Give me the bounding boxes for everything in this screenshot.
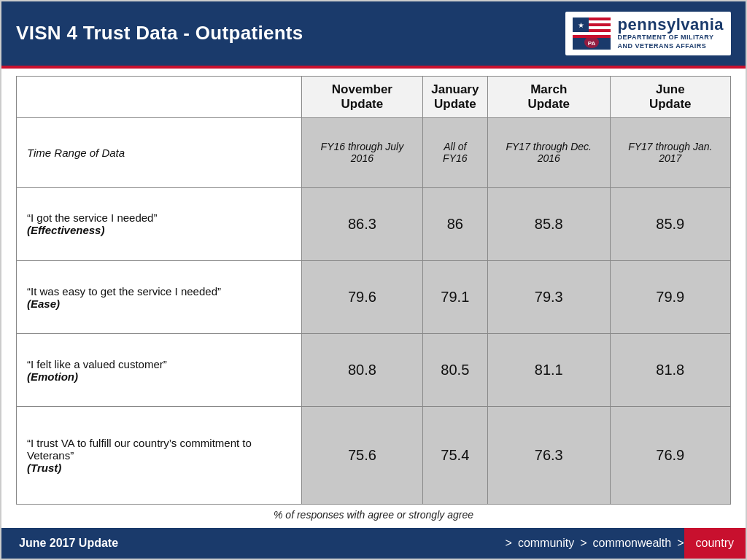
breadcrumb-sep3: > <box>677 537 684 550</box>
page: VISN 4 Trust Data - Outpatients ★ <box>0 0 747 560</box>
row-time-june: FY17 through Jan. 2017 <box>610 117 730 187</box>
row-trust-november: 75.6 <box>302 407 423 505</box>
row-effectiveness-january: 86 <box>422 187 487 260</box>
logo-text: pennsylvania DEPARTMENT OF MILITARY AND … <box>618 16 724 51</box>
svg-rect-6 <box>573 32 611 35</box>
row-trust-label: “I trust VA to fulfill our country’s com… <box>17 407 302 505</box>
col-header-label <box>17 76 302 117</box>
row-ease-june: 79.9 <box>610 261 730 334</box>
col-header-june: June Update <box>610 76 730 117</box>
logo-area: ★ PA pennsylvania DEPARTMENT OF MILITARY… <box>565 12 731 55</box>
row-effectiveness-label: “I got the service I needed” (Effectiven… <box>17 187 302 260</box>
svg-text:★: ★ <box>577 21 584 29</box>
breadcrumb-sep1: > <box>506 537 512 550</box>
breadcrumb: > community > commonwealth > country <box>506 528 746 559</box>
breadcrumb-community: community <box>512 537 580 550</box>
row-time-november: FY16 through July 2016 <box>302 117 423 187</box>
table-row-trust: “I trust VA to fulfill our country’s com… <box>17 407 731 505</box>
page-title: VISN 4 Trust Data - Outpatients <box>16 22 303 44</box>
row-emotion-june: 81.8 <box>610 334 730 407</box>
table-row-effectiveness: “I got the service I needed” (Effectiven… <box>17 187 731 260</box>
pa-flag-icon: ★ PA <box>573 18 611 50</box>
col-header-january: January Update <box>422 76 487 117</box>
table-row-ease: “It was easy to get the service I needed… <box>17 261 731 334</box>
row-emotion-label: “I felt like a valued customer” (Emotion… <box>17 334 302 407</box>
col-header-november: November Update <box>302 76 423 117</box>
table-row-time: Time Range of Data FY16 through July 201… <box>17 117 731 187</box>
svg-text:PA: PA <box>587 40 595 47</box>
row-emotion-march: 81.1 <box>487 334 610 407</box>
breadcrumb-sep2: > <box>580 537 587 550</box>
logo-dept2: AND VETERANS AFFAIRS <box>618 42 724 51</box>
row-time-january: All of FY16 <box>422 117 487 187</box>
table-area: November Update January Update March Upd… <box>1 69 746 528</box>
row-trust-june: 76.9 <box>610 407 730 505</box>
row-emotion-january: 80.5 <box>422 334 487 407</box>
row-effectiveness-november: 86.3 <box>302 187 423 260</box>
row-emotion-november: 80.8 <box>302 334 423 407</box>
row-ease-january: 79.1 <box>422 261 487 334</box>
row-time-march: FY17 through Dec. 2016 <box>487 117 610 187</box>
footer-title: June 2017 Update <box>1 537 506 550</box>
row-effectiveness-march: 85.8 <box>487 187 610 260</box>
table-header-row: November Update January Update March Upd… <box>17 76 731 117</box>
row-ease-november: 79.6 <box>302 261 423 334</box>
header: VISN 4 Trust Data - Outpatients ★ <box>1 1 746 69</box>
row-ease-march: 79.3 <box>487 261 610 334</box>
row-time-label: Time Range of Data <box>17 117 302 187</box>
row-ease-label: “It was easy to get the service I needed… <box>17 261 302 334</box>
row-effectiveness-june: 85.9 <box>610 187 730 260</box>
table-footnote: % of responses with agree or strongly ag… <box>16 505 731 524</box>
table-row-emotion: “I felt like a valued customer” (Emotion… <box>17 334 731 407</box>
data-table: November Update January Update March Upd… <box>16 76 731 505</box>
breadcrumb-commonwealth: commonwealth <box>587 537 678 550</box>
logo-state: pennsylvania <box>618 16 724 34</box>
logo-dept1: DEPARTMENT OF MILITARY <box>618 34 724 42</box>
footer: June 2017 Update > community > commonwea… <box>1 528 746 559</box>
row-trust-march: 76.3 <box>487 407 610 505</box>
col-header-march: March Update <box>487 76 610 117</box>
row-trust-january: 75.4 <box>422 407 487 505</box>
breadcrumb-country: country <box>684 528 746 559</box>
